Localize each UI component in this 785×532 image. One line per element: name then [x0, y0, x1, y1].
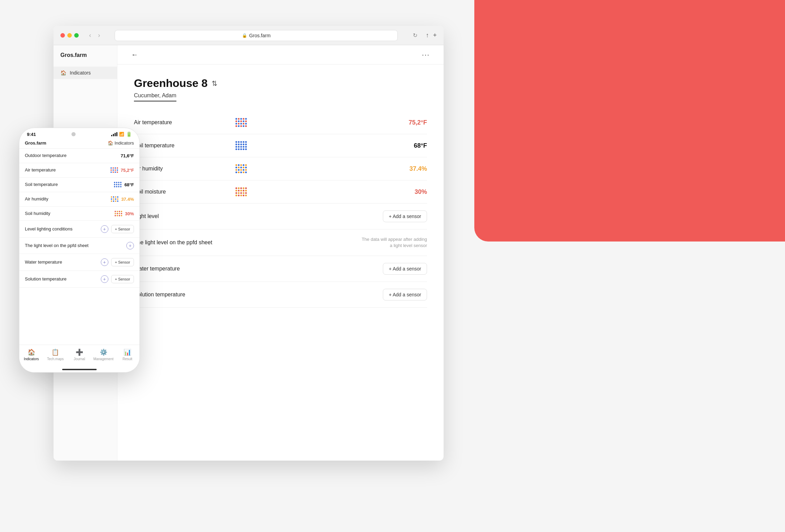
soil-temp-icon [231, 141, 251, 150]
sidebar-logo: Gros.farm [54, 52, 117, 67]
browser-actions: ↑ + [426, 32, 437, 39]
sidebar-item-indicators[interactable]: 🏠 Indicators [54, 67, 117, 79]
share-button[interactable]: ↑ [426, 32, 429, 39]
phone-row-outdoor-temp: Outdoor temperature 71,6°F [19, 149, 139, 163]
back-page-button[interactable]: ← [131, 51, 138, 59]
phone-time: 9:41 [27, 132, 36, 137]
phone-logo: Gros.farm [25, 140, 46, 146]
phone-solution-plus[interactable]: + [101, 275, 108, 283]
indicator-row-air-humidity: Air humidity 37.4% [134, 157, 427, 180]
journal-tab-icon: ➕ [76, 348, 83, 356]
nav-indicator-label: Indicators [115, 140, 134, 146]
phone-air-humidity-label: Air humidity [25, 196, 111, 202]
phone-tabbar: 🏠 Indicators 📋 Tech.maps ➕ Journal ⚙️ Ma… [19, 345, 139, 372]
outdoor-temp-value: 71,6°F [121, 153, 134, 158]
home-nav-icon: 🏠 [108, 140, 113, 146]
phone-nav-indicator: 🏠 Indicators [108, 140, 134, 146]
phone-soil-temp-icon [114, 182, 122, 187]
phone-nav: Gros.farm 🏠 Indicators [19, 139, 139, 149]
new-tab-button[interactable]: + [433, 32, 437, 39]
more-options-button[interactable]: ··· [422, 51, 430, 59]
outdoor-temp-label: Outdoor temperature [25, 153, 121, 159]
phone-row-lighting: Level lighting conditions + + Sensor [19, 221, 139, 238]
phone-row-air-humidity: Air humidity 37.4% [19, 192, 139, 207]
soil-moisture-icon [231, 187, 251, 196]
add-sensor-light-button[interactable]: + Add a sensor [383, 210, 427, 222]
indicator-row-air-temp: Air temperature 75,2°F [134, 111, 427, 134]
phone-lighting-sensor-btn[interactable]: + Sensor [111, 225, 134, 233]
phone-ppfd-plus[interactable]: + [126, 242, 134, 249]
phone-soil-temp-label: Soil temperature [25, 182, 114, 188]
phone-row-soil-humidity: Soil humidity 30% [19, 207, 139, 221]
ppfd-note: The data will appear after adding a ligh… [358, 236, 427, 249]
techmaps-tab-icon: 📋 [51, 348, 59, 356]
journal-tab-label: Journal [74, 357, 85, 361]
soil-moisture-value: 30% [392, 188, 427, 196]
traffic-lights [60, 33, 79, 38]
management-tab-label: Management [93, 357, 113, 361]
mobile-phone: 9:41 📶 🔋 Gros.farm 🏠 Indicators Outdoor … [19, 128, 140, 373]
address-bar[interactable]: 🔒 Gros.farm [115, 30, 398, 41]
sort-icon[interactable]: ⇅ [212, 79, 217, 88]
add-sensor-solution-button[interactable]: + Add a sensor [383, 289, 427, 301]
indicators-tab-label: Indicators [24, 357, 39, 361]
solution-temp-label: Solution temperature [134, 292, 231, 298]
greenhouse-subtitle: Cucumber, Adam [134, 92, 176, 101]
phone-water-temp-label: Water temperature [25, 259, 101, 265]
air-temp-value: 75,2°F [392, 119, 427, 126]
home-icon: 🏠 [60, 70, 66, 76]
reload-button[interactable]: ↻ [410, 31, 420, 40]
battery-icon: 🔋 [126, 131, 132, 137]
browser-header-bar: ← ··· [117, 45, 444, 65]
phone-lighting-plus[interactable]: + [101, 225, 108, 233]
signal-icon [111, 132, 117, 136]
wifi-icon: 📶 [119, 132, 124, 137]
air-humidity-icon [231, 164, 251, 173]
phone-lighting-label: Level lighting conditions [25, 226, 101, 232]
add-sensor-water-button[interactable]: + Add a sensor [383, 263, 427, 275]
phone-water-plus[interactable]: + [101, 258, 108, 266]
phone-water-sensor-btn[interactable]: + Sensor [111, 258, 134, 266]
maximize-button[interactable] [74, 33, 79, 38]
greenhouse-title-row: Greenhouse 8 ⇅ [134, 77, 427, 90]
phone-row-solution-temp: Solution temperature + + Sensor [19, 271, 139, 288]
phone-air-temp-value: 75,2°F [121, 168, 134, 173]
tab-journal[interactable]: ➕ Journal [67, 348, 91, 361]
air-temp-icon [231, 118, 251, 127]
forward-arrow[interactable]: › [96, 30, 102, 40]
indicator-row-soil-moisture: Soil moisture 30% [134, 180, 427, 204]
tab-management[interactable]: ⚙️ Management [91, 348, 116, 361]
phone-solution-temp-label: Solution temperature [25, 276, 101, 282]
back-arrow[interactable]: ‹ [87, 30, 93, 40]
indicator-row-solution-temp: Solution temperature + Add a sensor [134, 282, 427, 308]
minimize-button[interactable] [67, 33, 72, 38]
tab-result[interactable]: 📊 Result [115, 348, 139, 361]
tab-tech-maps[interactable]: 📋 Tech.maps [43, 348, 68, 361]
phone-solution-sensor-btn[interactable]: + Sensor [111, 275, 134, 283]
browser-main[interactable]: ← ··· Greenhouse 8 ⇅ Cucumber, Adam Air … [117, 45, 444, 461]
soil-temp-label: Soil temperature [134, 142, 231, 149]
home-indicator [62, 369, 97, 370]
url-text: Gros.farm [249, 33, 271, 38]
phone-ppfd-label: The light level on the ppfd sheet [25, 243, 126, 249]
phone-scroll-area[interactable]: Outdoor temperature 71,6°F Air temperatu… [19, 149, 139, 348]
water-temp-label: Water temperature [134, 266, 231, 272]
close-button[interactable] [60, 33, 65, 38]
indicator-row-light-level: Light level + Add a sensor [134, 204, 427, 229]
soil-moisture-label: Soil moisture [134, 189, 231, 195]
light-level-label: Light level [134, 213, 231, 219]
result-tab-label: Result [123, 357, 132, 361]
tab-indicators[interactable]: 🏠 Indicators [19, 348, 43, 361]
indicator-row-ppfd: The light level on the ppfd sheet The da… [134, 229, 427, 256]
result-tab-icon: 📊 [124, 348, 131, 356]
indicators-tab-icon: 🏠 [28, 348, 35, 356]
indicator-row-soil-temp: Soil temperature 68°F [134, 134, 427, 157]
browser-titlebar: ‹ › 🔒 Gros.farm ↻ ↑ + [54, 26, 444, 45]
greenhouse-content: Greenhouse 8 ⇅ Cucumber, Adam Air temper… [117, 65, 444, 320]
phone-air-temp-icon [110, 167, 118, 173]
notch-indicator [71, 132, 76, 136]
phone-status-icons: 📶 🔋 [111, 131, 132, 137]
phone-row-water-temp: Water temperature + + Sensor [19, 254, 139, 271]
phone-soil-temp-value: 68°F [124, 182, 134, 187]
techmaps-tab-label: Tech.maps [47, 357, 64, 361]
